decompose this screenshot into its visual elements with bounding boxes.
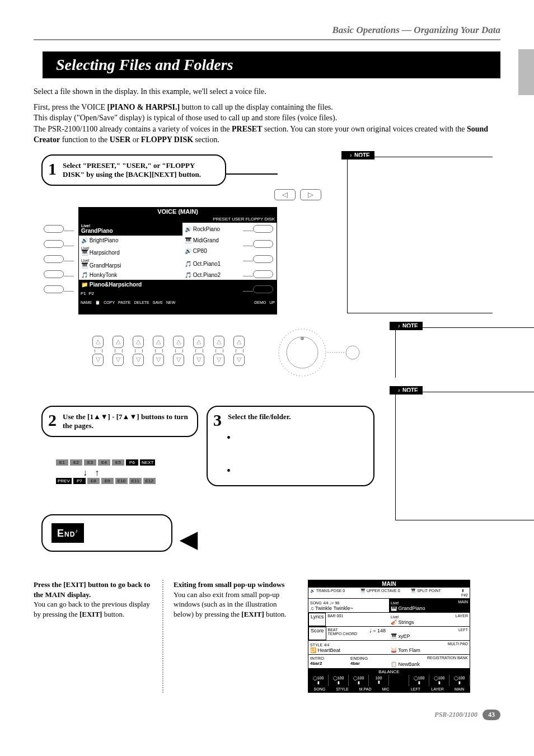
right-selector-buttons [243, 225, 273, 300]
back-next-buttons: ◁ ▷ [274, 189, 321, 200]
voice-screen-tabs: PRESET USER FLOPPY DISK [78, 216, 277, 222]
left-selector-buttons [44, 225, 74, 300]
voice-item[interactable]: 🎵 HonkyTonk [79, 270, 182, 280]
step-3-text: Select the file/folder. [228, 412, 366, 421]
intro-p2: First, press the VOICE [PIANO & HARPSI.]… [34, 102, 500, 145]
btn-6-up[interactable]: △ [193, 336, 204, 348]
page-number: 43 [483, 710, 500, 720]
intro-p1: Select a file shown in the display. In t… [34, 86, 500, 97]
popup-instruction: Exiting from small pop-up windows You ca… [162, 580, 297, 693]
btn-1-down[interactable]: ▽ [92, 354, 104, 366]
page-title: Selecting Files and Folders [43, 51, 500, 78]
step-1-text: Select "PRESET," "USER," or "FLOPPY DISK… [63, 161, 217, 179]
btn-3-up[interactable]: △ [133, 336, 144, 348]
voice-item[interactable]: Live!🎹 Harpsichord [79, 245, 182, 258]
btn-5-down[interactable]: ▽ [173, 354, 184, 366]
voice-item[interactable]: 🔊 BrightPiano [79, 236, 182, 245]
svg-point-2 [301, 337, 304, 340]
number-buttons: △▽ △▽ △▽ △▽ △▽ △▽ △▽ △▽ [90, 336, 249, 367]
svg-point-3 [346, 346, 359, 359]
selector-a[interactable] [44, 225, 64, 233]
btn-5-up[interactable]: △ [173, 336, 184, 348]
page-footer: PSR-2100/1100 43 [34, 710, 500, 720]
selector-h[interactable] [253, 255, 273, 263]
connector-line [226, 173, 278, 175]
btn-2-down[interactable]: ▽ [113, 354, 124, 366]
step-2-text: Use the [1▲▼] - [7▲▼] buttons to turn th… [63, 412, 189, 430]
selector-f[interactable] [253, 225, 273, 233]
main-screen: MAIN 🔊 TRANS-POSE 0 🎹 UPPER OCTAVE 0 🎹 S… [308, 580, 470, 693]
voice-item[interactable]: Live!🎹 GrandHarpsi [79, 257, 182, 270]
step-2-callout: 2 Use the [1▲▼] - [7▲▼] buttons to turn … [41, 406, 198, 437]
exit-instruction: Press the [EXIT] button to go back to th… [34, 580, 151, 693]
btn-4-down[interactable]: ▽ [153, 354, 164, 366]
data-dial[interactable] [269, 325, 369, 381]
intro-text: Select a file shown in the display. In t… [34, 86, 500, 145]
step-1-callout: 1 Select "PRESET," "USER," or "FLOPPY DI… [41, 154, 226, 186]
btn-8-down[interactable]: ▽ [233, 354, 245, 366]
main-screen-title: MAIN [308, 580, 470, 588]
diagram: 1 Select "PRESET," "USER," or "FLOPPY DI… [34, 151, 500, 576]
model-label: PSR-2100/1100 [434, 711, 477, 719]
back-button[interactable]: ◁ [274, 189, 296, 200]
svg-point-0 [279, 329, 326, 376]
btn-7-down[interactable]: ▽ [213, 354, 224, 366]
voice-item[interactable]: Live!GrandPiano [79, 223, 182, 236]
arrow-left-icon: ◀ [180, 526, 198, 552]
step-1-number: 1 [48, 161, 57, 176]
btn-4-up[interactable]: △ [153, 336, 164, 348]
selector-c[interactable] [44, 255, 64, 263]
selector-i[interactable] [253, 270, 273, 278]
note-box-2 [395, 327, 534, 378]
note-box-1 [347, 157, 493, 313]
bottom-info: Press the [EXIT] button to go back to th… [34, 580, 500, 693]
page-tabs-illustration: E1E2E3E4E5P6NEXT ↓ ↑ PREVP7E8E9E10E11E12 [56, 459, 156, 486]
section-tab [518, 49, 534, 95]
step-3-callout: 3 Select the file/folder. • • [207, 406, 374, 486]
selector-b[interactable] [44, 240, 64, 248]
note-box-3 [395, 392, 534, 520]
step-2-number: 2 [48, 412, 57, 428]
end-callout: END♪ [41, 514, 172, 552]
header-breadcrumb: Basic Operations — Organizing Your Data [34, 22, 500, 40]
step-3-number: 3 [213, 412, 222, 428]
voice-screen-title: VOICE (MAIN) [78, 207, 277, 216]
selector-d[interactable] [44, 270, 64, 278]
btn-7-up[interactable]: △ [213, 336, 224, 348]
selector-e[interactable] [44, 285, 64, 293]
next-button[interactable]: ▷ [300, 189, 321, 200]
btn-2-up[interactable]: △ [113, 336, 124, 348]
btn-1-up[interactable]: △ [92, 336, 104, 348]
end-badge: END♪ [51, 523, 84, 543]
btn-8-up[interactable]: △ [233, 336, 245, 348]
popup-heading: Exiting from small pop-up windows [174, 580, 284, 589]
btn-6-down[interactable]: ▽ [193, 354, 204, 366]
selector-j[interactable] [253, 285, 273, 293]
btn-3-down[interactable]: ▽ [133, 354, 144, 366]
svg-point-1 [287, 337, 318, 368]
selector-g[interactable] [253, 240, 273, 248]
